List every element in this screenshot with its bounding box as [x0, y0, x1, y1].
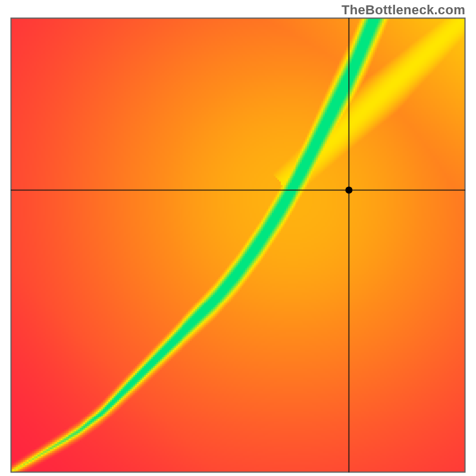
- watermark-label: TheBottleneck.com: [342, 2, 465, 18]
- chart-container: TheBottleneck.com: [0, 0, 476, 476]
- crosshair-overlay: [0, 0, 476, 476]
